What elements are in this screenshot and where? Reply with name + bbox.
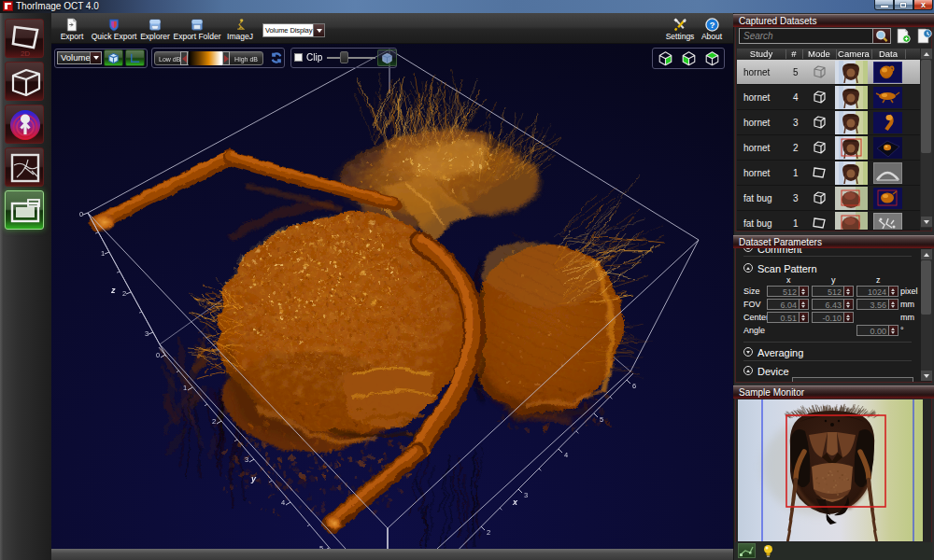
svg-text:?: ? [709, 21, 715, 30]
svg-text:3: 3 [145, 329, 149, 338]
svg-text:6: 6 [632, 382, 636, 390]
svg-text:0: 0 [79, 210, 83, 218]
svg-text:z: z [110, 286, 116, 295]
svg-text:x: x [512, 497, 518, 507]
svg-text:2: 2 [212, 417, 216, 426]
svg-text:0: 0 [156, 351, 160, 359]
svg-text:2: 2 [487, 528, 490, 537]
svg-text:5: 5 [600, 415, 603, 424]
svg-text:3: 3 [245, 455, 248, 464]
svg-text:1: 1 [183, 384, 187, 392]
svg-text:y: y [250, 474, 257, 483]
svg-text:3: 3 [524, 491, 528, 499]
svg-text:4: 4 [281, 498, 285, 507]
svg-text:1: 1 [101, 249, 105, 258]
svg-text:2D: 2D [21, 49, 30, 58]
svg-text:4: 4 [564, 451, 568, 459]
svg-text:2: 2 [122, 289, 126, 298]
